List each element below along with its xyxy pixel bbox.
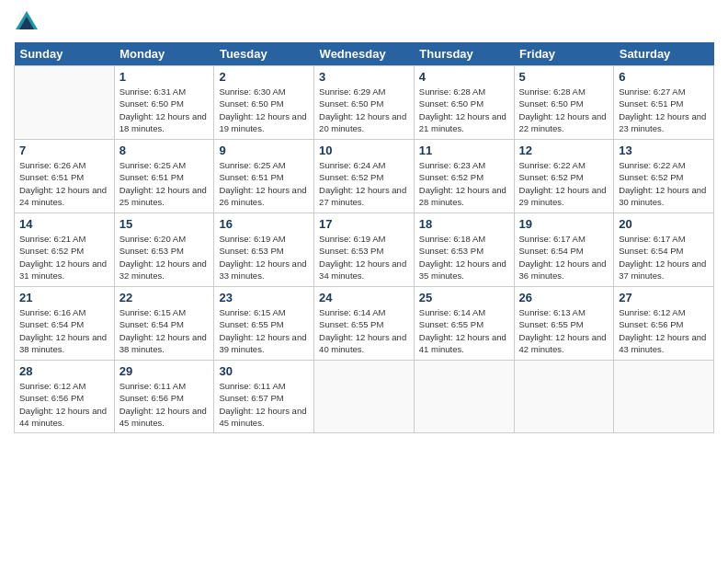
day-info: Sunrise: 6:31 AMSunset: 6:50 PMDaylight:…	[119, 86, 210, 134]
day-number: 30	[219, 364, 309, 378]
calendar-day-cell: 28Sunrise: 6:12 AMSunset: 6:56 PMDayligh…	[15, 361, 115, 433]
day-number: 25	[419, 291, 509, 304]
day-info: Sunrise: 6:13 AMSunset: 6:55 PMDaylight:…	[519, 306, 609, 355]
day-info: Sunrise: 6:21 AMSunset: 6:52 PMDaylight:…	[19, 233, 109, 282]
day-info: Sunrise: 6:17 AMSunset: 6:54 PMDaylight:…	[619, 233, 709, 282]
calendar-week-row: 21Sunrise: 6:16 AMSunset: 6:54 PMDayligh…	[15, 287, 714, 361]
day-number: 5	[519, 70, 609, 84]
day-info: Sunrise: 6:14 AMSunset: 6:55 PMDaylight:…	[319, 306, 409, 355]
day-info: Sunrise: 6:26 AMSunset: 6:51 PMDaylight:…	[19, 159, 109, 208]
calendar-day-cell	[314, 361, 415, 433]
weekday-header: Wednesday	[314, 42, 415, 66]
calendar-day-cell: 17Sunrise: 6:19 AMSunset: 6:53 PMDayligh…	[314, 213, 415, 287]
calendar-day-cell: 20Sunrise: 6:17 AMSunset: 6:54 PMDayligh…	[614, 213, 714, 287]
weekday-header: Monday	[114, 42, 214, 66]
day-number: 22	[119, 291, 210, 304]
day-number: 23	[219, 291, 309, 304]
calendar-day-cell: 25Sunrise: 6:14 AMSunset: 6:55 PMDayligh…	[414, 287, 514, 361]
day-number: 8	[119, 144, 210, 157]
day-number: 1	[119, 70, 210, 84]
day-info: Sunrise: 6:19 AMSunset: 6:53 PMDaylight:…	[219, 233, 309, 282]
day-info: Sunrise: 6:14 AMSunset: 6:55 PMDaylight:…	[419, 306, 509, 355]
calendar-week-row: 14Sunrise: 6:21 AMSunset: 6:52 PMDayligh…	[15, 213, 714, 287]
day-number: 17	[319, 217, 409, 231]
day-info: Sunrise: 6:28 AMSunset: 6:50 PMDaylight:…	[419, 86, 509, 134]
day-info: Sunrise: 6:20 AMSunset: 6:53 PMDaylight:…	[119, 233, 210, 282]
calendar-day-cell: 6Sunrise: 6:27 AMSunset: 6:51 PMDaylight…	[614, 66, 714, 140]
weekday-header: Friday	[514, 42, 614, 66]
day-number: 10	[319, 144, 409, 157]
calendar-week-row: 7Sunrise: 6:26 AMSunset: 6:51 PMDaylight…	[15, 140, 714, 213]
day-number: 4	[419, 70, 509, 84]
day-number: 18	[419, 217, 509, 231]
calendar-day-cell: 2Sunrise: 6:30 AMSunset: 6:50 PMDaylight…	[214, 66, 314, 140]
calendar-day-cell: 8Sunrise: 6:25 AMSunset: 6:51 PMDaylight…	[114, 140, 214, 213]
day-info: Sunrise: 6:29 AMSunset: 6:50 PMDaylight:…	[319, 86, 409, 134]
calendar-day-cell: 3Sunrise: 6:29 AMSunset: 6:50 PMDaylight…	[314, 66, 415, 140]
calendar-day-cell	[514, 361, 614, 433]
day-number: 13	[619, 144, 709, 157]
calendar-day-cell	[414, 361, 514, 433]
header-area	[14, 9, 714, 35]
calendar-day-cell: 11Sunrise: 6:23 AMSunset: 6:52 PMDayligh…	[414, 140, 514, 213]
day-info: Sunrise: 6:17 AMSunset: 6:54 PMDaylight:…	[519, 233, 609, 282]
calendar-page: SundayMondayTuesdayWednesdayThursdayFrid…	[0, 0, 728, 442]
day-number: 14	[19, 217, 109, 231]
day-info: Sunrise: 6:25 AMSunset: 6:51 PMDaylight:…	[219, 159, 309, 208]
day-number: 21	[19, 291, 109, 304]
day-number: 15	[119, 217, 210, 231]
calendar-day-cell: 14Sunrise: 6:21 AMSunset: 6:52 PMDayligh…	[15, 213, 115, 287]
day-number: 16	[219, 217, 309, 231]
calendar-day-cell: 26Sunrise: 6:13 AMSunset: 6:55 PMDayligh…	[514, 287, 614, 361]
calendar-day-cell: 16Sunrise: 6:19 AMSunset: 6:53 PMDayligh…	[214, 213, 314, 287]
calendar-day-cell: 22Sunrise: 6:15 AMSunset: 6:54 PMDayligh…	[114, 287, 214, 361]
day-info: Sunrise: 6:12 AMSunset: 6:56 PMDaylight:…	[19, 380, 109, 429]
calendar-day-cell: 27Sunrise: 6:12 AMSunset: 6:56 PMDayligh…	[614, 287, 714, 361]
day-number: 2	[219, 70, 309, 84]
day-info: Sunrise: 6:11 AMSunset: 6:57 PMDaylight:…	[219, 380, 309, 429]
calendar-table: SundayMondayTuesdayWednesdayThursdayFrid…	[14, 42, 714, 433]
day-number: 20	[619, 217, 709, 231]
day-number: 29	[119, 364, 210, 378]
weekday-header: Sunday	[15, 42, 115, 66]
day-info: Sunrise: 6:11 AMSunset: 6:56 PMDaylight:…	[119, 380, 210, 429]
calendar-day-cell	[614, 361, 714, 433]
logo-icon	[14, 9, 40, 35]
calendar-day-cell: 9Sunrise: 6:25 AMSunset: 6:51 PMDaylight…	[214, 140, 314, 213]
calendar-week-row: 1Sunrise: 6:31 AMSunset: 6:50 PMDaylight…	[15, 66, 714, 140]
day-info: Sunrise: 6:24 AMSunset: 6:52 PMDaylight:…	[319, 159, 409, 208]
calendar-day-cell	[15, 66, 115, 140]
day-number: 7	[19, 144, 109, 157]
day-info: Sunrise: 6:25 AMSunset: 6:51 PMDaylight:…	[119, 159, 210, 208]
day-number: 28	[19, 364, 109, 378]
calendar-day-cell: 21Sunrise: 6:16 AMSunset: 6:54 PMDayligh…	[15, 287, 115, 361]
day-number: 3	[319, 70, 409, 84]
day-number: 26	[519, 291, 609, 304]
day-number: 6	[619, 70, 709, 84]
calendar-week-row: 28Sunrise: 6:12 AMSunset: 6:56 PMDayligh…	[15, 361, 714, 433]
calendar-day-cell: 10Sunrise: 6:24 AMSunset: 6:52 PMDayligh…	[314, 140, 415, 213]
calendar-day-cell: 12Sunrise: 6:22 AMSunset: 6:52 PMDayligh…	[514, 140, 614, 213]
calendar-day-cell: 13Sunrise: 6:22 AMSunset: 6:52 PMDayligh…	[614, 140, 714, 213]
calendar-day-cell: 15Sunrise: 6:20 AMSunset: 6:53 PMDayligh…	[114, 213, 214, 287]
calendar-day-cell: 24Sunrise: 6:14 AMSunset: 6:55 PMDayligh…	[314, 287, 415, 361]
weekday-header-row: SundayMondayTuesdayWednesdayThursdayFrid…	[15, 42, 714, 66]
calendar-day-cell: 7Sunrise: 6:26 AMSunset: 6:51 PMDaylight…	[15, 140, 115, 213]
day-number: 27	[619, 291, 709, 304]
day-number: 12	[519, 144, 609, 157]
day-info: Sunrise: 6:22 AMSunset: 6:52 PMDaylight:…	[619, 159, 709, 208]
weekday-header: Thursday	[414, 42, 514, 66]
day-info: Sunrise: 6:15 AMSunset: 6:54 PMDaylight:…	[119, 306, 210, 355]
calendar-day-cell: 5Sunrise: 6:28 AMSunset: 6:50 PMDaylight…	[514, 66, 614, 140]
calendar-day-cell: 30Sunrise: 6:11 AMSunset: 6:57 PMDayligh…	[214, 361, 314, 433]
day-info: Sunrise: 6:12 AMSunset: 6:56 PMDaylight:…	[619, 306, 709, 355]
day-info: Sunrise: 6:16 AMSunset: 6:54 PMDaylight:…	[19, 306, 109, 355]
day-info: Sunrise: 6:19 AMSunset: 6:53 PMDaylight:…	[319, 233, 409, 282]
calendar-day-cell: 1Sunrise: 6:31 AMSunset: 6:50 PMDaylight…	[114, 66, 214, 140]
weekday-header: Saturday	[614, 42, 714, 66]
day-number: 11	[419, 144, 509, 157]
day-info: Sunrise: 6:28 AMSunset: 6:50 PMDaylight:…	[519, 86, 609, 134]
day-info: Sunrise: 6:18 AMSunset: 6:53 PMDaylight:…	[419, 233, 509, 282]
logo	[14, 9, 43, 35]
calendar-day-cell: 23Sunrise: 6:15 AMSunset: 6:55 PMDayligh…	[214, 287, 314, 361]
